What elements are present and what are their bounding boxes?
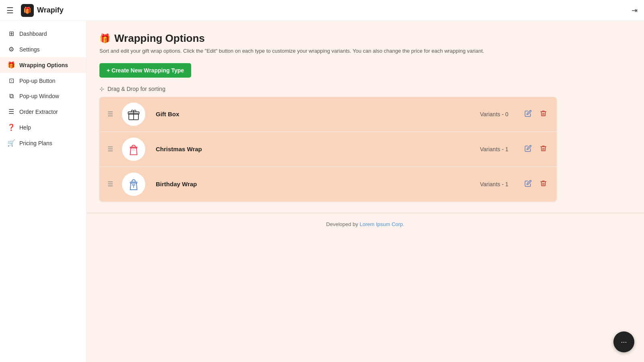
order-extractor-icon: ☰ bbox=[7, 108, 15, 115]
wrapping-options-icon: 🎁 bbox=[7, 61, 15, 69]
sidebar: ⊞ Dashboard ⚙ Settings 🎁 Wrapping Option… bbox=[0, 0, 87, 362]
logo-icon: 🎁 bbox=[21, 4, 34, 17]
wrapping-list: ☰ Gift Box V bbox=[99, 97, 557, 202]
pricing-plans-icon: 🛒 bbox=[7, 139, 15, 147]
popup-button-icon: ⊡ bbox=[7, 77, 15, 84]
birthday-wrap-variants: Variants - 1 bbox=[460, 181, 508, 187]
wrapping-row-gift-box: ☰ Gift Box V bbox=[99, 97, 557, 132]
popup-window-icon: ⧉ bbox=[7, 93, 15, 100]
birthday-wrap-icon-wrapper bbox=[122, 173, 145, 196]
sidebar-item-dashboard[interactable]: ⊞ Dashboard bbox=[0, 26, 86, 41]
sidebar-item-order-extractor[interactable]: ☰ Order Extractor bbox=[0, 104, 86, 119]
christmas-wrap-variants: Variants - 1 bbox=[460, 146, 508, 152]
page-subtitle: Sort and edit your gift wrap options. Cl… bbox=[99, 47, 557, 55]
christmas-wrap-delete-button[interactable] bbox=[538, 143, 549, 155]
birthday-wrap-name: Birthday Wrap bbox=[152, 181, 454, 187]
christmas-wrap-actions bbox=[523, 143, 549, 155]
gift-box-actions bbox=[523, 108, 549, 120]
sidebar-item-popup-button[interactable]: ⊡ Pop-up Button bbox=[0, 73, 86, 88]
chat-bubble[interactable]: ··· bbox=[613, 331, 634, 352]
birthday-wrap-actions bbox=[523, 178, 549, 190]
christmas-wrap-icon bbox=[127, 142, 140, 156]
page-header: 🎁 Wrapping Options bbox=[99, 32, 557, 45]
gift-box-name: Gift Box bbox=[152, 111, 454, 117]
settings-icon: ⚙ bbox=[7, 45, 15, 53]
birthday-wrap-edit-button[interactable] bbox=[523, 178, 533, 190]
wrapping-row-christmas-wrap: ☰ Christmas Wrap Variants - 1 bbox=[99, 132, 557, 167]
gift-box-icon-wrapper bbox=[122, 103, 145, 126]
sidebar-item-help[interactable]: ❓ Help bbox=[0, 119, 86, 135]
logo-text: Wrapify bbox=[37, 6, 64, 14]
drag-drop-text: Drag & Drop for sorting bbox=[107, 86, 165, 92]
app-logo: 🎁 Wrapify bbox=[21, 4, 64, 17]
sidebar-item-wrapping-options[interactable]: 🎁 Wrapping Options bbox=[0, 57, 86, 73]
gift-box-variants: Variants - 0 bbox=[460, 111, 508, 117]
drag-handle-gift-box[interactable]: ☰ bbox=[107, 110, 116, 118]
sidebar-label-popup-button: Pop-up Button bbox=[19, 78, 56, 84]
topbar: ☰ 🎁 Wrapify ⇥ bbox=[0, 0, 644, 21]
create-wrapping-type-button[interactable]: + Create New Wrapping Type bbox=[99, 63, 191, 78]
dashboard-icon: ⊞ bbox=[7, 30, 15, 37]
chat-icon: ··· bbox=[621, 338, 627, 346]
drag-drop-icon: ⊹ bbox=[99, 86, 104, 92]
christmas-wrap-icon-wrapper bbox=[122, 138, 145, 161]
logout-button[interactable]: ⇥ bbox=[632, 6, 638, 15]
footer-link[interactable]: Lorem Ipsum Corp. bbox=[359, 221, 404, 227]
birthday-wrap-icon bbox=[127, 177, 140, 191]
sidebar-label-pricing-plans: Pricing Plans bbox=[19, 140, 52, 146]
app-wrapper: ⊞ Dashboard ⚙ Settings 🎁 Wrapping Option… bbox=[0, 0, 644, 362]
footer-text: Developed by bbox=[326, 221, 359, 227]
gift-box-edit-button[interactable] bbox=[523, 108, 533, 120]
main-content-area: 🎁 Wrapping Options Sort and edit your gi… bbox=[87, 0, 644, 362]
drag-drop-hint: ⊹ Drag & Drop for sorting bbox=[99, 86, 557, 92]
sidebar-item-settings[interactable]: ⚙ Settings bbox=[0, 41, 86, 57]
sidebar-label-order-extractor: Order Extractor bbox=[19, 109, 58, 115]
page-title: Wrapping Options bbox=[114, 32, 205, 45]
create-button-label: + Create New Wrapping Type bbox=[107, 67, 184, 74]
birthday-wrap-delete-button[interactable] bbox=[538, 178, 549, 190]
sidebar-label-wrapping-options: Wrapping Options bbox=[19, 62, 68, 68]
sidebar-label-settings: Settings bbox=[19, 46, 40, 53]
svg-point-3 bbox=[133, 111, 134, 112]
sidebar-label-help: Help bbox=[19, 124, 31, 131]
footer: Developed by Lorem Ipsum Corp. bbox=[87, 213, 644, 235]
page-title-icon: 🎁 bbox=[99, 33, 110, 44]
wrapping-row-birthday-wrap: ☰ Birthday Wrap bbox=[99, 167, 557, 202]
hamburger-menu[interactable]: ☰ bbox=[6, 6, 14, 15]
gift-box-icon bbox=[127, 107, 140, 121]
drag-handle-christmas-wrap[interactable]: ☰ bbox=[107, 145, 116, 153]
sidebar-item-pricing-plans[interactable]: 🛒 Pricing Plans bbox=[0, 135, 86, 151]
help-icon: ❓ bbox=[7, 123, 15, 131]
sidebar-nav: ⊞ Dashboard ⚙ Settings 🎁 Wrapping Option… bbox=[0, 21, 86, 156]
sidebar-label-popup-window: Pop-up Window bbox=[19, 93, 59, 99]
sidebar-label-dashboard: Dashboard bbox=[19, 31, 47, 37]
drag-handle-birthday-wrap[interactable]: ☰ bbox=[107, 180, 116, 188]
gift-box-delete-button[interactable] bbox=[538, 108, 549, 120]
christmas-wrap-edit-button[interactable] bbox=[523, 143, 533, 155]
christmas-wrap-name: Christmas Wrap bbox=[152, 146, 454, 152]
topbar-left: ☰ 🎁 Wrapify bbox=[6, 4, 64, 17]
sidebar-item-popup-window[interactable]: ⧉ Pop-up Window bbox=[0, 88, 86, 104]
main-content: 🎁 Wrapping Options Sort and edit your gi… bbox=[87, 21, 570, 213]
